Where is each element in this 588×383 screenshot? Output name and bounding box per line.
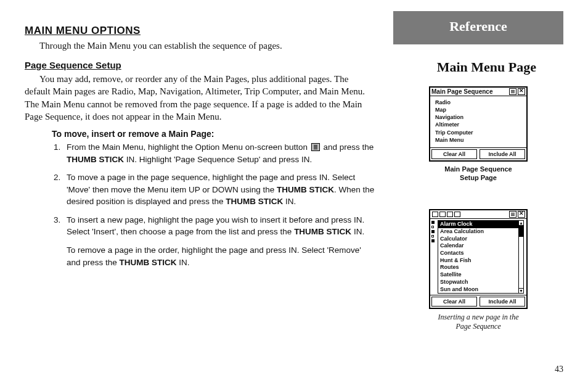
- close-icon: [518, 211, 525, 218]
- reference-band: Reference: [393, 11, 563, 44]
- step-2: To move a page in the page sequence, hig…: [63, 171, 376, 208]
- heading-main-menu-options: MAIN MENU OPTIONS: [25, 25, 376, 37]
- list-item: Satellite: [438, 271, 518, 279]
- step-1-thumbstick: THUMB STICK: [67, 155, 124, 164]
- steps-list: From the Main Menu, highlight the Option…: [63, 141, 376, 268]
- device2-titlebar: [430, 210, 526, 219]
- device2-body: Alarm Clock Area Calculation Calculator …: [430, 219, 526, 295]
- step-3-text-c: IN.: [351, 227, 364, 236]
- sidebar: Reference Main Menu Page Main Page Seque…: [393, 0, 588, 383]
- step-1-text-d: IN. Highlight 'Page Sequence Setup' and …: [124, 155, 312, 164]
- main-content: MAIN MENU OPTIONS Through the Main Menu …: [0, 0, 393, 383]
- heading-page-sequence-setup: Page Sequence Setup: [25, 60, 376, 70]
- device1-footer: Clear All Include All: [430, 147, 526, 160]
- section-title: Main Menu Page: [393, 59, 536, 75]
- list-item-highlighted: Alarm Clock: [438, 221, 518, 228]
- scroll-up-icon: ▲: [519, 221, 523, 226]
- clear-all-button: Clear All: [431, 297, 477, 307]
- include-all-button: Include All: [480, 297, 525, 307]
- list-item: Contacts: [438, 250, 518, 257]
- page-number: 43: [555, 364, 563, 374]
- list-item: Navigation: [435, 113, 523, 121]
- list-item: Trip Computer: [435, 129, 523, 136]
- close-icon: [518, 88, 525, 95]
- step-3-tail-c: IN.: [177, 258, 190, 267]
- device1-title: Main Page Sequence: [431, 88, 509, 95]
- step-3-tail: To remove a page in the order, highlight…: [67, 244, 376, 268]
- step-1: From the Main Menu, highlight the Option…: [63, 141, 376, 165]
- step-1-text-a: From the Main Menu, highlight the Option…: [67, 142, 310, 152]
- intro-text: Through the Main Menu you can establish …: [25, 41, 376, 51]
- heading-steps: To move, insert or remove a Main Page:: [52, 129, 376, 139]
- clear-all-button: Clear All: [431, 149, 477, 159]
- list-item: Main Menu: [435, 136, 523, 144]
- device2-footer: Clear All Include All: [430, 295, 526, 308]
- list-item: Area Calculation: [438, 228, 518, 236]
- page-sequence-description: You may add, remove, or reorder any of t…: [25, 73, 376, 123]
- list-item: Calendar: [438, 242, 518, 250]
- mini-icon: [454, 212, 460, 217]
- device2-caption-l1: Inserting a new page in the: [438, 313, 519, 321]
- scroll-thumb: [519, 226, 523, 237]
- include-all-button: Include All: [480, 149, 525, 159]
- mini-icon: [432, 212, 438, 217]
- list-item: Sun and Moon: [438, 286, 518, 294]
- device1-body: Radio Map Navigation Altimeter Trip Comp…: [430, 96, 526, 147]
- menu-icon: [509, 211, 517, 218]
- step-2-thumbstick-2: THUMB STICK: [226, 197, 283, 206]
- step-3-tail-thumbstick: THUMB STICK: [120, 258, 177, 267]
- device2-left-icons: [430, 219, 436, 295]
- device-main-page-sequence: Main Page Sequence Radio Map Navigation …: [429, 86, 528, 162]
- step-3: To insert a new page, highlight the page…: [63, 214, 376, 268]
- device1-caption-l1: Main Page Sequence: [444, 165, 512, 173]
- option-menu-icon: [311, 143, 320, 151]
- list-item: Altimeter: [435, 121, 523, 128]
- device1-caption-l2: Setup Page: [460, 174, 497, 181]
- list-item: Calculator: [438, 236, 518, 243]
- list-item: Hunt & Fish: [438, 257, 518, 265]
- scrollbar: ▲ ▼: [518, 221, 523, 293]
- step-3-thumbstick: THUMB STICK: [294, 227, 351, 236]
- step-3-tail-a: To remove a page in the order, highlight…: [67, 245, 361, 267]
- device2-list: Alarm Clock Area Calculation Calculator …: [438, 220, 524, 294]
- device2-caption: Inserting a new page in the Page Sequenc…: [393, 313, 563, 331]
- step-1-text-b: and press the: [321, 142, 374, 152]
- list-item: Radio: [435, 99, 523, 106]
- device1-titlebar: Main Page Sequence: [430, 88, 526, 96]
- device2-caption-l2: Page Sequence: [456, 322, 501, 331]
- menu-icon: [509, 88, 517, 95]
- mini-icon: [447, 212, 453, 217]
- device-insert-page: Alarm Clock Area Calculation Calculator …: [429, 209, 528, 309]
- mini-icon: [439, 212, 446, 217]
- device1-caption: Main Page Sequence Setup Page: [393, 165, 563, 183]
- list-item: Routes: [438, 264, 518, 271]
- list-item: Stopwatch: [438, 279, 518, 286]
- list-item: Map: [435, 106, 523, 113]
- step-2-thumbstick-1: THUMB STICK: [277, 185, 334, 194]
- step-2-text-e: IN.: [283, 197, 296, 206]
- scroll-down-icon: ▼: [519, 288, 523, 293]
